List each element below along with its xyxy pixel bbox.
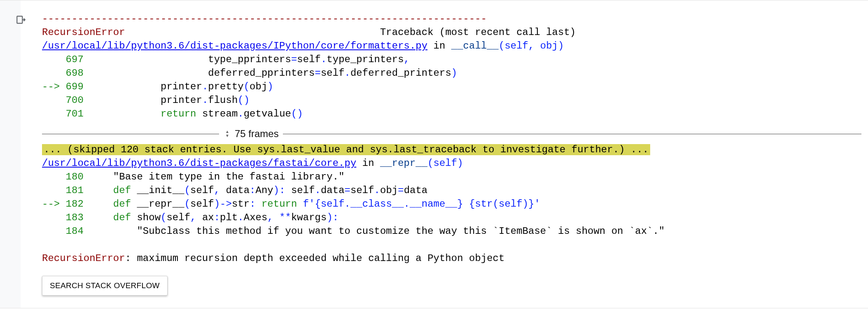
tb-code: __init__ <box>131 185 184 196</box>
error-name: RecursionError <box>42 27 125 38</box>
tb-op: ) <box>451 68 457 79</box>
tb-op: ) <box>214 198 220 210</box>
traceback-output: ----------------------------------------… <box>21 0 861 121</box>
tb-op: ) <box>267 81 273 92</box>
tb-op: . <box>238 108 243 119</box>
tb-op: ) <box>327 212 332 223</box>
notebook: ----------------------------------------… <box>0 0 868 308</box>
tb-code: self <box>297 54 321 65</box>
tb-divider: ----------------------------------------… <box>42 13 487 24</box>
tb-lineno: 697 <box>66 54 84 65</box>
tb-code: self <box>166 212 190 223</box>
tb-lineno: 180 <box>66 171 84 182</box>
tb-op: ( <box>161 212 166 223</box>
tb-code: show <box>131 212 161 223</box>
tb-code: self <box>190 185 214 196</box>
tb-arrow <box>42 171 66 182</box>
search-stack-overflow-button[interactable]: SEARCH STACK OVERFLOW <box>42 276 168 296</box>
tb-code: deferred_printers <box>350 68 451 79</box>
tb-arrow: --> <box>42 81 66 92</box>
output-cell: ----------------------------------------… <box>0 0 868 308</box>
tb-op: . <box>202 81 208 92</box>
tb-arrow <box>42 108 66 119</box>
tb-code: plt <box>220 212 238 223</box>
tb-code: self <box>350 185 374 196</box>
tb-op: = <box>315 68 321 79</box>
tb-in: in <box>356 158 380 169</box>
tb-code: f'{self.__class__.__name__} {str(self)}' <box>297 198 540 210</box>
tb-op: : <box>279 185 285 196</box>
tb-kw: return <box>84 108 196 119</box>
tb-op: = <box>345 185 350 196</box>
tb-op: . <box>345 68 350 79</box>
tb-op: : <box>333 212 338 223</box>
tb-lineno: 700 <box>66 95 84 106</box>
execution-gutter <box>0 0 21 308</box>
tb-lineno: 181 <box>66 185 84 196</box>
tb-op: , <box>190 212 196 223</box>
tb-code: printer <box>84 81 202 92</box>
tb-op: ( <box>244 81 250 92</box>
tb-code: stream <box>196 108 238 119</box>
tb-arrow <box>42 95 66 106</box>
tb-op: : <box>250 198 255 210</box>
tb-code: str <box>232 198 250 210</box>
tb-code: ax <box>196 212 214 223</box>
tb-op: . <box>374 185 380 196</box>
tb-header-right: Traceback (most recent call last) <box>380 27 576 38</box>
tb-op: . <box>315 185 321 196</box>
tb-file-link[interactable]: /usr/local/lib/python3.6/dist-packages/I… <box>42 40 427 51</box>
tb-spacer <box>125 27 380 38</box>
tb-lineno: 698 <box>66 68 84 79</box>
tb-op: -> <box>220 198 232 210</box>
tb-kw: def <box>84 185 131 196</box>
tb-code: printer <box>84 95 202 106</box>
tb-arrow <box>42 226 66 237</box>
tb-args: (self) <box>427 158 463 169</box>
tb-op: . <box>202 95 208 106</box>
tb-file-link[interactable]: /usr/local/lib/python3.6/dist-packages/f… <box>42 158 356 169</box>
final-error-name: RecursionError <box>42 253 125 264</box>
tb-code: Any <box>256 185 273 196</box>
tb-op: . <box>238 212 243 223</box>
output-arrow-icon[interactable] <box>16 14 26 25</box>
skipped-frames-msg: ... (skipped 120 stack entries. Use sys.… <box>42 144 650 155</box>
tb-code: type_printers <box>327 54 404 65</box>
tb-code: pretty <box>208 81 243 92</box>
tb-code: __repr__ <box>131 198 184 210</box>
tb-in: in <box>427 40 451 51</box>
tb-code: "Subclass this method if you want to cus… <box>84 226 665 237</box>
frames-rule-left <box>42 134 219 134</box>
tb-lineno: 701 <box>66 108 84 119</box>
tb-op: : <box>250 185 255 196</box>
tb-op: ( <box>291 108 297 119</box>
tb-code: data <box>220 185 250 196</box>
tb-arrow <box>42 54 66 65</box>
tb-code: obj <box>380 185 398 196</box>
tb-code: deferred_pprinters <box>84 68 315 79</box>
tb-args: (self, obj) <box>499 40 564 51</box>
tb-func: __call__ <box>451 40 499 51</box>
frames-expand-toggle[interactable]: 75 frames <box>219 128 283 140</box>
tb-op: : <box>214 212 220 223</box>
tb-op: ) <box>273 185 279 196</box>
tb-code: self <box>321 68 345 79</box>
tb-op: ** <box>273 212 291 223</box>
tb-kw: return <box>256 198 297 210</box>
tb-code: kwargs <box>291 212 327 223</box>
tb-kw: def <box>84 212 131 223</box>
tb-code: Axes <box>244 212 268 223</box>
tb-code: flush <box>208 95 238 106</box>
tb-code: data <box>404 185 428 196</box>
tb-code: self <box>190 198 214 210</box>
tb-lineno: 182 <box>66 198 84 210</box>
frames-rule-right <box>283 134 861 134</box>
tb-op: ) <box>244 95 250 106</box>
frames-count-label: 75 frames <box>235 128 279 140</box>
frames-collapsed-row[interactable]: 75 frames <box>42 128 861 140</box>
tb-arrow <box>42 68 66 79</box>
tb-op: , <box>404 54 410 65</box>
traceback-output-2: ... (skipped 120 stack entries. Use sys.… <box>21 143 861 265</box>
tb-lineno: 184 <box>66 226 84 237</box>
tb-lineno: 699 <box>66 81 84 92</box>
